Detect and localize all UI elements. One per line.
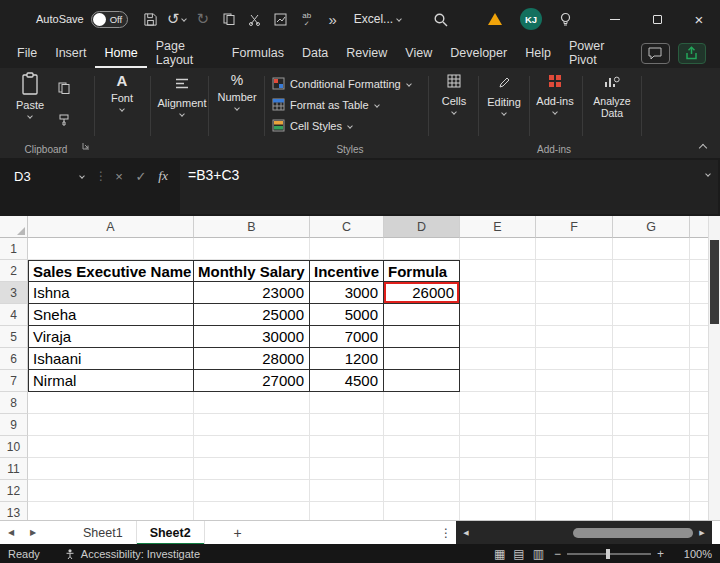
conditional-formatting-button[interactable]: Conditional Formatting (272, 73, 428, 94)
cell-F5[interactable] (536, 326, 613, 348)
row-header-11[interactable]: 11 (0, 458, 28, 480)
cell-C6[interactable]: 1200 (310, 348, 384, 370)
cell-B11[interactable] (194, 458, 310, 480)
cell-G8[interactable] (613, 392, 690, 414)
copy-ribbon-button[interactable] (58, 80, 70, 98)
row-header-10[interactable]: 10 (0, 436, 28, 458)
tab-power-pivot[interactable]: Power Pivot (560, 38, 633, 68)
row-header-5[interactable]: 5 (0, 326, 28, 348)
maximize-button[interactable] (636, 0, 678, 38)
cell-C1[interactable] (310, 238, 384, 260)
sheet-options-icon[interactable]: ⋮ (436, 526, 456, 540)
cell-G10[interactable] (613, 436, 690, 458)
tab-developer[interactable]: Developer (441, 38, 516, 68)
cell-A12[interactable] (28, 480, 194, 502)
cell-G1[interactable] (613, 238, 690, 260)
editing-group-button[interactable]: Editing (481, 72, 527, 115)
sheet-nav-right-icon[interactable]: ▶ (22, 528, 44, 537)
number-group-button[interactable]: % Number (212, 72, 262, 110)
zoom-level[interactable]: 100% (676, 548, 712, 560)
format-painter-button[interactable] (58, 112, 70, 130)
cell-B3[interactable]: 23000 (194, 282, 310, 304)
cell-C8[interactable] (310, 392, 384, 414)
analyze-data-button[interactable]: Analyze Data (585, 72, 639, 119)
sheet-nav-left-icon[interactable]: ◀ (0, 528, 22, 537)
cell-A1[interactable] (28, 238, 194, 260)
cell-E9[interactable] (460, 414, 536, 436)
collapse-ribbon-icon[interactable] (699, 144, 707, 152)
cell-D8[interactable] (384, 392, 460, 414)
cell-C5[interactable]: 7000 (310, 326, 384, 348)
row-header-1[interactable]: 1 (0, 238, 28, 260)
cell-F3[interactable] (536, 282, 613, 304)
tab-data[interactable]: Data (293, 38, 337, 68)
cell-B4[interactable]: 25000 (194, 304, 310, 326)
comments-button[interactable] (641, 43, 669, 64)
cell-F4[interactable] (536, 304, 613, 326)
search-button[interactable] (430, 6, 452, 32)
cut-button[interactable] (244, 6, 266, 32)
column-header-E[interactable]: E (460, 216, 536, 238)
column-header-F[interactable]: F (536, 216, 613, 238)
cell-E5[interactable] (460, 326, 536, 348)
cell-F2[interactable] (536, 260, 613, 282)
cell-A5[interactable]: Viraja (28, 326, 194, 348)
spelling-button[interactable]: ab✓ (296, 6, 318, 32)
alignment-group-button[interactable]: Alignment (154, 72, 210, 116)
page-layout-view-icon[interactable]: ▤ (513, 547, 524, 561)
cell-F11[interactable] (536, 458, 613, 480)
redo-button[interactable]: ↻ (192, 6, 214, 32)
cell-D4[interactable] (384, 304, 460, 326)
new-sheet-button[interactable]: + (225, 525, 251, 541)
tab-home[interactable]: Home (95, 38, 146, 68)
copy-button[interactable] (218, 6, 240, 32)
cell-C7[interactable]: 4500 (310, 370, 384, 392)
undo-button[interactable]: ↺ (166, 6, 188, 32)
cell-D9[interactable] (384, 414, 460, 436)
cell-A8[interactable] (28, 392, 194, 414)
cell-C11[interactable] (310, 458, 384, 480)
cell-B1[interactable] (194, 238, 310, 260)
cell-F8[interactable] (536, 392, 613, 414)
column-header-B[interactable]: B (194, 216, 310, 238)
cell-C10[interactable] (310, 436, 384, 458)
minimize-button[interactable] (594, 0, 636, 38)
cell-B6[interactable]: 28000 (194, 348, 310, 370)
accessibility-status[interactable]: Accessibility: Investigate (64, 548, 200, 560)
cell-F7[interactable] (536, 370, 613, 392)
cell-G7[interactable] (613, 370, 690, 392)
cell-B8[interactable] (194, 392, 310, 414)
cell-E12[interactable] (460, 480, 536, 502)
cell-D3[interactable]: 26000 (384, 282, 460, 304)
format-as-table-button[interactable]: Format as Table (272, 94, 428, 115)
cell-E13[interactable] (460, 502, 536, 520)
row-header-9[interactable]: 9 (0, 414, 28, 436)
cell-B12[interactable] (194, 480, 310, 502)
cell-G4[interactable] (613, 304, 690, 326)
cell-B2[interactable]: Monthly Salary (194, 260, 310, 282)
tab-sheet1[interactable]: Sheet1 (70, 521, 137, 545)
column-header-G[interactable]: G (613, 216, 690, 238)
tab-view[interactable]: View (396, 38, 441, 68)
enter-button[interactable]: ✓ (130, 169, 152, 184)
paste-button[interactable]: Paste (6, 72, 54, 136)
autosave-toggle[interactable]: Off (91, 11, 128, 28)
name-box[interactable]: D3 (6, 160, 94, 192)
cell-D2[interactable]: Formula (384, 260, 460, 282)
cell-B10[interactable] (194, 436, 310, 458)
cell-D13[interactable] (384, 502, 460, 520)
column-header-D[interactable]: D (384, 216, 460, 238)
tab-page-layout[interactable]: Page Layout (147, 38, 223, 68)
cell-D5[interactable] (384, 326, 460, 348)
chart-button[interactable] (270, 6, 292, 32)
cell-G12[interactable] (613, 480, 690, 502)
cell-F6[interactable] (536, 348, 613, 370)
page-break-view-icon[interactable]: ▥ (533, 547, 544, 561)
column-header-C[interactable]: C (310, 216, 384, 238)
tab-formulas[interactable]: Formulas (223, 38, 293, 68)
cell-A9[interactable] (28, 414, 194, 436)
avatar[interactable]: KJ (520, 8, 542, 30)
formula-input[interactable]: =B3+C3 (180, 160, 718, 214)
normal-view-icon[interactable]: ▦ (494, 547, 505, 561)
cell-B9[interactable] (194, 414, 310, 436)
